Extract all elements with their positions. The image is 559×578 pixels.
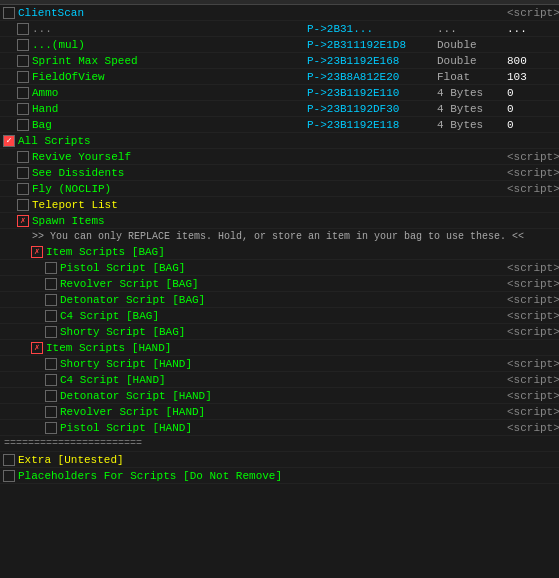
- checkbox-cell[interactable]: [14, 39, 32, 51]
- cell-description: Extra [Untested]: [18, 454, 307, 466]
- cell-value: 103: [507, 71, 557, 83]
- checkbox-cell[interactable]: [42, 294, 60, 306]
- table-row: FieldOfViewP->23B8A812E20Float103: [0, 69, 559, 85]
- cell-value: <script>: [507, 422, 557, 434]
- cell-description: Revolver Script [BAG]: [60, 278, 307, 290]
- checkbox[interactable]: ✗: [31, 342, 43, 354]
- cell-address: P->2B311192E1D8: [307, 39, 437, 51]
- table-row: Revolver Script [BAG]<script>: [0, 276, 559, 292]
- checkbox-cell[interactable]: [14, 71, 32, 83]
- cell-description: Sprint Max Speed: [32, 55, 307, 67]
- checkbox[interactable]: [17, 151, 29, 163]
- checkbox-cell[interactable]: [0, 470, 18, 482]
- checkbox-cell[interactable]: [0, 454, 18, 466]
- checkbox[interactable]: [17, 55, 29, 67]
- checkbox[interactable]: [45, 390, 57, 402]
- checkbox-cell[interactable]: [14, 119, 32, 131]
- separator-row: =======================: [0, 436, 559, 452]
- cell-value: <script>: [507, 374, 557, 386]
- checkbox-cell[interactable]: [14, 87, 32, 99]
- cell-description: Pistol Script [BAG]: [60, 262, 307, 274]
- checkbox[interactable]: [3, 7, 15, 19]
- checkbox-cell[interactable]: [42, 326, 60, 338]
- checkbox-cell[interactable]: [42, 278, 60, 290]
- checkbox[interactable]: [17, 39, 29, 51]
- table-row: C4 Script [HAND]<script>: [0, 372, 559, 388]
- checkbox-cell[interactable]: [42, 390, 60, 402]
- cell-description: Item Scripts [BAG]: [46, 246, 307, 258]
- checkbox[interactable]: [3, 454, 15, 466]
- checkbox[interactable]: [17, 199, 29, 211]
- checkbox-cell[interactable]: [14, 151, 32, 163]
- checkbox-cell[interactable]: ✗: [28, 342, 46, 354]
- cell-description: Revolver Script [HAND]: [60, 406, 307, 418]
- checkbox-cell[interactable]: [42, 374, 60, 386]
- checkbox-cell[interactable]: [14, 55, 32, 67]
- cell-description: Detonator Script [HAND]: [60, 390, 307, 402]
- checkbox[interactable]: [45, 262, 57, 274]
- checkbox-cell[interactable]: [14, 167, 32, 179]
- checkbox-cell[interactable]: [14, 183, 32, 195]
- table-row: Detonator Script [HAND]<script>: [0, 388, 559, 404]
- cell-address: P->23B1192E168: [307, 55, 437, 67]
- cell-description: ClientScan: [18, 7, 307, 19]
- checkbox[interactable]: [45, 310, 57, 322]
- cell-description: Fly (NOCLIP): [32, 183, 307, 195]
- cell-value: <script>: [507, 358, 557, 370]
- checkbox-cell[interactable]: [14, 103, 32, 115]
- checkbox-cell[interactable]: [42, 310, 60, 322]
- cell-type: 4 Bytes: [437, 87, 507, 99]
- checkbox-cell[interactable]: [42, 422, 60, 434]
- cell-type: ...: [437, 23, 507, 35]
- table-row: Revive Yourself<script>: [0, 149, 559, 165]
- checkbox[interactable]: [45, 406, 57, 418]
- table-row: ✗Spawn Items: [0, 213, 559, 229]
- checkbox[interactable]: ✗: [17, 215, 29, 227]
- checkbox[interactable]: [45, 422, 57, 434]
- checkbox-cell[interactable]: ✗: [28, 246, 46, 258]
- checkbox[interactable]: ✗: [31, 246, 43, 258]
- checkbox[interactable]: [17, 23, 29, 35]
- checkbox-cell[interactable]: [14, 199, 32, 211]
- cell-address: P->23B1192E118: [307, 119, 437, 131]
- checkbox[interactable]: [45, 358, 57, 370]
- table-row: Placeholders For Scripts [Do Not Remove]: [0, 468, 559, 484]
- table-row: Shorty Script [BAG]<script>: [0, 324, 559, 340]
- cell-value: <script>: [507, 326, 557, 338]
- checkbox[interactable]: [17, 183, 29, 195]
- table-row: ✗Item Scripts [BAG]: [0, 244, 559, 260]
- table-row: Revolver Script [HAND]<script>: [0, 404, 559, 420]
- checkbox-cell[interactable]: [42, 406, 60, 418]
- checkbox[interactable]: [45, 326, 57, 338]
- table-row: Sprint Max SpeedP->23B1192E168Double800: [0, 53, 559, 69]
- cell-description: C4 Script [HAND]: [60, 374, 307, 386]
- checkbox-cell[interactable]: [0, 7, 18, 19]
- cell-description: Pistol Script [HAND]: [60, 422, 307, 434]
- checkbox[interactable]: [45, 278, 57, 290]
- checkbox-cell[interactable]: [14, 23, 32, 35]
- checkbox[interactable]: [17, 103, 29, 115]
- checkbox[interactable]: [3, 470, 15, 482]
- cell-address: P->23B1192E110: [307, 87, 437, 99]
- table-row: ✓All Scripts: [0, 133, 559, 149]
- cell-value: <script>: [507, 310, 557, 322]
- table-row: ...P->2B31.........: [0, 21, 559, 37]
- checkbox-cell[interactable]: ✗: [14, 215, 32, 227]
- cell-value: 0: [507, 119, 557, 131]
- checkbox[interactable]: [17, 87, 29, 99]
- table-row: See Dissidents<script>: [0, 165, 559, 181]
- checkbox-cell[interactable]: [42, 262, 60, 274]
- checkbox-cell[interactable]: [42, 358, 60, 370]
- table-row: Teleport List: [0, 197, 559, 213]
- checkbox[interactable]: [45, 374, 57, 386]
- checkbox[interactable]: [45, 294, 57, 306]
- cell-description: Teleport List: [32, 199, 307, 211]
- checkbox[interactable]: [17, 119, 29, 131]
- table-row: ✗Item Scripts [HAND]: [0, 340, 559, 356]
- checkbox[interactable]: [17, 71, 29, 83]
- checkbox-cell[interactable]: ✓: [0, 135, 18, 147]
- checkbox[interactable]: [17, 167, 29, 179]
- checkbox[interactable]: ✓: [3, 135, 15, 147]
- cell-description: All Scripts: [18, 135, 307, 147]
- cell-address: P->23B1192DF30: [307, 103, 437, 115]
